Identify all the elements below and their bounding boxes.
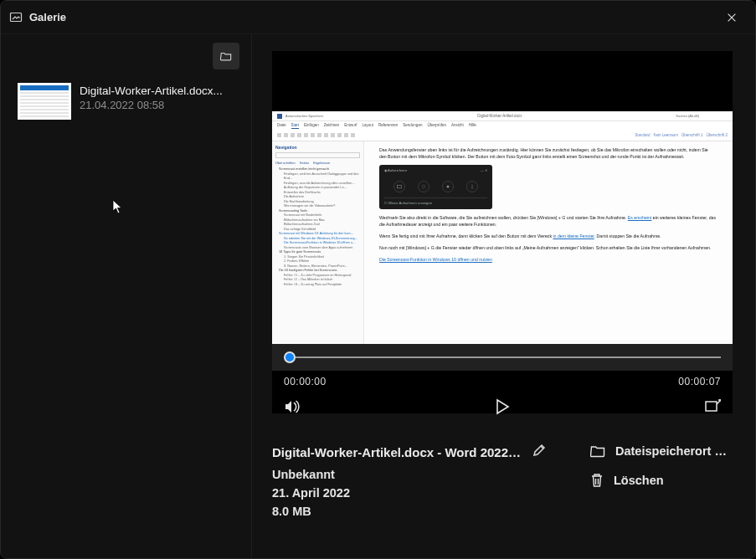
svg-rect-4 [706,402,717,411]
file-title: Digital-Worker-Artikel.docx - Word 2022-… [272,445,523,459]
seek-thumb[interactable] [284,351,296,363]
video-player: Automatisches Speichern Digital-Worker-A… [272,51,733,413]
rename-button[interactable] [532,443,547,461]
play-badge-icon [34,94,54,109]
folder-filter-button[interactable] [213,43,239,69]
recording-thumbnail [18,83,71,120]
recording-list-item[interactable]: Digital-Worker-Artikel.docx... 21.04.202… [16,79,239,123]
volume-button[interactable] [284,399,301,414]
file-date: 21. April 2022 [272,486,557,500]
fullscreen-button[interactable] [704,399,721,414]
mouse-cursor-icon [112,199,124,214]
video-controls: 00:00:00 00:00:07 [272,344,733,413]
recording-title: Digital-Worker-Artikel.docx... [80,85,223,97]
video-frame-preview: Automatisches Speichern Digital-Worker-A… [272,111,733,344]
gallery-window: Galerie [0,0,756,559]
seek-bar[interactable] [284,356,721,358]
recording-date: 21.04.2022 08:58 [80,99,223,111]
sidebar: Digital-Worker-Artikel.docx... 21.04.202… [1,34,252,559]
play-button[interactable] [495,398,510,415]
open-file-location-button[interactable]: Dateispeicherort öff... [590,444,733,458]
window-title: Galerie [29,11,66,23]
titlebar: Galerie [1,1,755,34]
svg-point-2 [422,185,425,188]
time-current: 00:00:00 [284,376,327,387]
svg-point-3 [446,185,449,187]
svg-rect-1 [398,185,402,188]
delete-button[interactable]: Löschen [590,473,733,488]
time-total: 00:00:07 [678,376,721,387]
close-button[interactable] [717,3,747,33]
delete-label: Löschen [614,474,664,487]
file-metadata: Digital-Worker-Artikel.docx - Word 2022-… [272,443,735,523]
gallery-icon [9,11,23,24]
detail-pane: Automatisches Speichern Digital-Worker-A… [252,34,755,559]
file-author: Unbekannt [272,468,557,481]
open-file-location-label: Dateispeicherort öff... [615,444,733,458]
file-size: 8.0 MB [272,505,557,518]
